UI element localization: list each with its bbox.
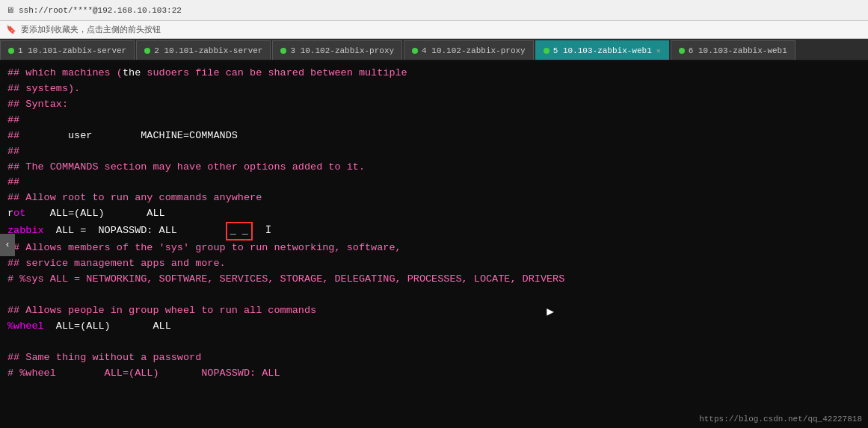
terminal-line-11: zabbix ALL = NOPASSWD: ALL _ _ I	[7, 222, 861, 241]
terminal-content: ‹ ## which machines (the sudoers file ca…	[0, 61, 868, 428]
terminal-line-10: rot ALL=(ALL) ALL	[7, 206, 861, 222]
tab-6[interactable]: 6 10.103-zabbix-web1	[671, 40, 795, 60]
tab-6-label: 6 10.103-zabbix-web1	[689, 46, 787, 55]
tab-2-dot	[144, 48, 150, 54]
terminal-line-18	[7, 335, 861, 350]
terminal-line-13: ## service management apps and more.	[7, 256, 861, 272]
terminal-line-19: ## Same thing without a password	[7, 350, 861, 366]
terminal-line-15	[7, 288, 861, 303]
tab-2-label: 2 10.101-zabbix-server	[154, 46, 262, 55]
tab-4[interactable]: 4 10.102-zabbix-proxy	[404, 40, 534, 60]
terminal-line-8: ##	[7, 175, 861, 190]
ssh-icon: 🖥	[6, 5, 14, 15]
tab-4-dot	[412, 48, 418, 54]
terminal-line-14: # %sys ALL = NETWORKING, SOFTWARE, SERVI…	[7, 272, 861, 288]
watermark: https://blog.csdn.net/qq_42227818	[699, 415, 862, 424]
tab-6-dot	[679, 48, 685, 54]
tab-4-label: 4 10.102-zabbix-proxy	[422, 46, 526, 55]
tab-3[interactable]: 3 10.102-zabbix-proxy	[272, 40, 402, 60]
highlight-box: _ _	[226, 222, 253, 241]
tab-5-label: 5 10.103-zabbix-web1	[553, 46, 652, 55]
tab-5[interactable]: 5 10.103-zabbix-web1 ✕	[535, 40, 669, 60]
terminal-line-4: ##	[7, 113, 861, 128]
left-arrow-button[interactable]: ‹	[0, 234, 15, 256]
terminal-line-17: %wheel ALL=(ALL) ALL	[7, 319, 861, 335]
toolbar-hint: 要添加到收藏夹，点击主侧的前头按钮	[21, 24, 161, 35]
tab-1-dot	[8, 48, 14, 54]
terminal-line-5: ## user MACHINE=COMMANDS	[7, 128, 861, 144]
top-bar: 🖥 ssh://root/****@192.168.10.103:22	[0, 0, 868, 21]
i-cursor: I	[253, 224, 271, 236]
terminal-line-2: ## systems).	[7, 81, 861, 97]
terminal-line-20: # %wheel ALL=(ALL) NOPASSWD: ALL	[7, 366, 861, 382]
tabs-row: 1 10.101-zabbix-server 2 10.101-zabbix-s…	[0, 39, 868, 61]
terminal-line-3: ## Syntax:	[7, 97, 861, 113]
tab-2[interactable]: 2 10.101-zabbix-server	[136, 40, 271, 60]
terminal-line-9: ## Allow root to run any commands anywhe…	[7, 190, 861, 206]
bookmark-icon: 🔖	[6, 25, 16, 34]
tab-1-label: 1 10.101-zabbix-server	[18, 46, 126, 55]
terminal-line-1: ## which machines (the sudoers file can …	[7, 66, 861, 81]
terminal-line-12: ## Allows members of the 'sys' group to …	[7, 241, 861, 256]
tab-3-label: 3 10.102-zabbix-proxy	[290, 46, 394, 55]
terminal-line-6: ##	[7, 144, 861, 160]
terminal-line-16: ## Allows people in group wheel to run a…	[7, 303, 861, 319]
address-bar: 🔖 要添加到收藏夹，点击主侧的前头按钮	[0, 21, 868, 39]
tab-5-close[interactable]: ✕	[656, 46, 661, 55]
tab-3-dot	[280, 48, 286, 54]
tab-5-dot	[544, 48, 550, 54]
ssh-label: ssh://root/****@192.168.10.103:22	[19, 6, 182, 15]
terminal-line-7: ## The COMMANDS section may have other o…	[7, 160, 861, 176]
tab-1[interactable]: 1 10.101-zabbix-server	[0, 40, 135, 60]
